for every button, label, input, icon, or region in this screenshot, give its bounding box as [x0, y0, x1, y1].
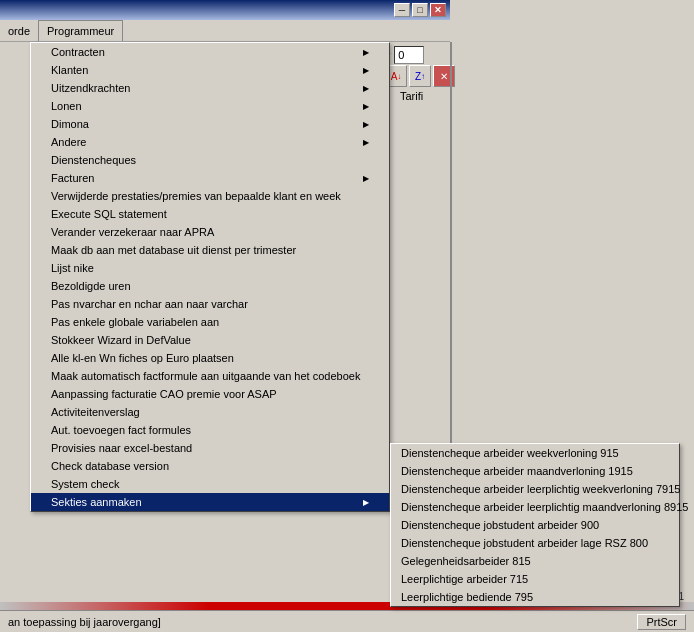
menu-option-alle-kl-wn[interactable]: Alle kl-en Wn fiches op Euro plaatsen	[31, 349, 389, 367]
menu-option-pas-globale[interactable]: Pas enkele globale variabelen aan	[31, 313, 389, 331]
menu-option-aanpassing-facturatie[interactable]: Aanpassing facturatie CAO premie voor AS…	[31, 385, 389, 403]
submenu-item-1[interactable]: Dienstencheque arbeider maandverloning 1…	[391, 462, 679, 480]
menu-option-andere[interactable]: Andere	[31, 133, 389, 151]
maximize-button[interactable]: □	[412, 3, 428, 17]
menu-option-execute-sql[interactable]: Execute SQL statement	[31, 205, 389, 223]
menu-option-system-check[interactable]: System check	[31, 475, 389, 493]
submenu-item-7[interactable]: Leerplichtige arbeider 715	[391, 570, 679, 588]
menubar: orde Programmeur	[0, 20, 450, 42]
submenu-item-5[interactable]: Dienstencheque jobstudent arbeider lage …	[391, 534, 679, 552]
menu-option-verwijderde-prestaties[interactable]: Verwijderde prestaties/premies van bepaa…	[31, 187, 389, 205]
statusbar: an toepassing bij jaarovergang] PrtScr	[0, 610, 694, 632]
menu-option-klanten[interactable]: Klanten	[31, 61, 389, 79]
menu-option-bezoldigde-uren[interactable]: Bezoldigde uren	[31, 277, 389, 295]
menu-option-dimona[interactable]: Dimona	[31, 115, 389, 133]
submenu-item-3[interactable]: Dienstencheque arbeider leerplichtig maa…	[391, 498, 679, 516]
tarifi-area: Tarifi	[400, 90, 423, 102]
menu-item-orde[interactable]: orde	[0, 20, 38, 41]
menu-option-uitzendkrachten[interactable]: Uitzendkrachten	[31, 79, 389, 97]
menu-option-check-database[interactable]: Check database version	[31, 457, 389, 475]
submenu-item-6[interactable]: Gelegenheidsarbeider 815	[391, 552, 679, 570]
menu-option-verander-verzekeraar[interactable]: Verander verzekeraar naar APRA	[31, 223, 389, 241]
menu-option-stokkeer-wizard[interactable]: Stokkeer Wizard in DefValue	[31, 331, 389, 349]
submenu-item-0[interactable]: Dienstencheque arbeider weekverloning 91…	[391, 444, 679, 462]
menu-option-maak-automatisch[interactable]: Maak automatisch factformule aan uitgaan…	[31, 367, 389, 385]
menu-option-maak-db-aan[interactable]: Maak db aan met database uit dienst per …	[31, 241, 389, 259]
menu-option-lonen[interactable]: Lonen	[31, 97, 389, 115]
menu-option-pas-nvarchar[interactable]: Pas nvarchar en nchar aan naar varchar	[31, 295, 389, 313]
menu-option-dienstencheques[interactable]: Dienstencheques	[31, 151, 389, 169]
menu-item-programmeur[interactable]: Programmeur	[38, 20, 123, 41]
tarifi-label: Tarifi	[400, 90, 423, 102]
menu-option-provisies-naar[interactable]: Provisies naar excel-bestand	[31, 439, 389, 457]
main-titlebar: ─ □ ✕	[0, 0, 450, 20]
menu-item-orde-label: orde	[8, 25, 30, 37]
menu-option-sekties-aanmaken[interactable]: Sekties aanmaken	[31, 493, 389, 511]
submenu-item-8[interactable]: Leerplichtige bediende 795	[391, 588, 679, 606]
submenu-item-4[interactable]: Dienstencheque jobstudent arbeider 900	[391, 516, 679, 534]
status-text: an toepassing bij jaarovergang]	[8, 616, 161, 628]
menu-option-aut-toevoegen[interactable]: Aut. toevoegen fact formules	[31, 421, 389, 439]
sort-desc-button[interactable]: Z↑	[409, 65, 431, 87]
menu-option-facturen[interactable]: Facturen	[31, 169, 389, 187]
zero-value: 0	[398, 49, 404, 61]
close-button[interactable]: ✕	[430, 3, 446, 17]
menu-option-activiteitenverslag[interactable]: Activiteitenverslag	[31, 403, 389, 421]
titlebar-xp-buttons: ─ □ ✕	[394, 3, 446, 17]
toolbar: A↓ Z↑ ✕	[385, 65, 455, 87]
submenu-sekties: Dienstencheque arbeider weekverloning 91…	[390, 443, 680, 607]
dropdown-menu: Contracten Klanten Uitzendkrachten Lonen…	[30, 42, 390, 512]
minimize-button[interactable]: ─	[394, 3, 410, 17]
submenu-item-2[interactable]: Dienstencheque arbeider leerplichtig wee…	[391, 480, 679, 498]
menu-option-contracten[interactable]: Contracten	[31, 43, 389, 61]
menu-item-programmeur-label: Programmeur	[47, 25, 114, 37]
prtscr-button[interactable]: PrtScr	[637, 614, 686, 630]
menu-option-lijst-nike[interactable]: Lijst nike	[31, 259, 389, 277]
